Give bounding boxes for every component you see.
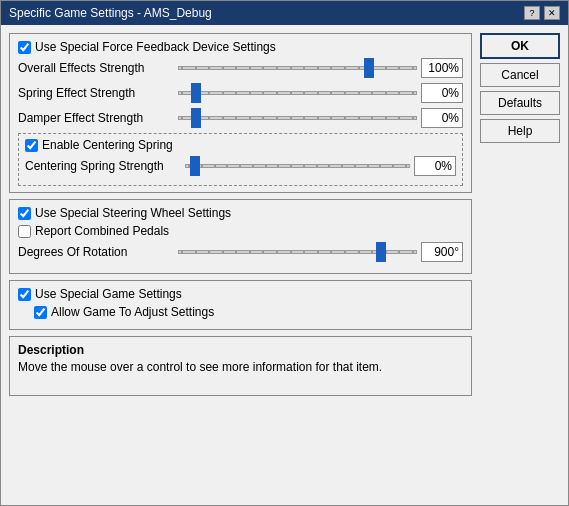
description-section: Description Move the mouse over a contro…: [9, 336, 472, 396]
damper-effect-label: Damper Effect Strength: [18, 111, 178, 125]
dialog-content: Use Special Force Feedback Device Settin…: [1, 25, 568, 505]
degrees-rotation-value: 900°: [421, 242, 463, 262]
side-buttons-panel: OK Cancel Defaults Help: [480, 33, 560, 497]
spring-effect-label: Spring Effect Strength: [18, 86, 178, 100]
centering-strength-track: [185, 164, 410, 168]
use-special-game-label: Use Special Game Settings: [35, 287, 182, 301]
degrees-rotation-track: [178, 250, 417, 254]
spring-effect-row: Spring Effect Strength: [18, 83, 463, 103]
overall-effects-thumb[interactable]: [364, 58, 374, 78]
allow-adjust-row: Allow Game To Adjust Settings: [18, 305, 463, 319]
enable-centering-checkbox[interactable]: [25, 139, 38, 152]
steering-wheel-header: Use Special Steering Wheel Settings: [18, 206, 463, 220]
title-controls: ? ✕: [524, 6, 560, 20]
force-feedback-header: Use Special Force Feedback Device Settin…: [18, 40, 463, 54]
force-feedback-section: Use Special Force Feedback Device Settin…: [9, 33, 472, 193]
centering-spring-box: Enable Centering Spring Centering Spring…: [18, 133, 463, 186]
overall-effects-dots: [179, 67, 416, 69]
report-pedals-label: Report Combined Pedals: [35, 224, 169, 238]
title-text: Specific Game Settings - AMS_Debug: [9, 6, 212, 20]
main-panel: Use Special Force Feedback Device Settin…: [9, 33, 472, 497]
spring-effect-slider-container[interactable]: [178, 83, 417, 103]
title-bar: Specific Game Settings - AMS_Debug ? ✕: [1, 1, 568, 25]
centering-strength-value: 0%: [414, 156, 456, 176]
game-settings-section: Use Special Game Settings Allow Game To …: [9, 280, 472, 330]
steering-wheel-label: Use Special Steering Wheel Settings: [35, 206, 231, 220]
overall-effects-label: Overall Effects Strength: [18, 61, 178, 75]
centering-strength-dots: [186, 165, 409, 167]
spring-effect-track: [178, 91, 417, 95]
overall-effects-track: [178, 66, 417, 70]
force-feedback-checkbox[interactable]: [18, 41, 31, 54]
defaults-button[interactable]: Defaults: [480, 91, 560, 115]
steering-wheel-section: Use Special Steering Wheel Settings Repo…: [9, 199, 472, 274]
cancel-button[interactable]: Cancel: [480, 63, 560, 87]
centering-strength-slider-container[interactable]: [185, 156, 410, 176]
damper-effect-slider-container[interactable]: [178, 108, 417, 128]
allow-adjust-checkbox[interactable]: [34, 306, 47, 319]
report-pedals-checkbox[interactable]: [18, 225, 31, 238]
spring-effect-value: 0%: [421, 83, 463, 103]
description-title: Description: [18, 343, 463, 357]
help-button[interactable]: Help: [480, 119, 560, 143]
degrees-rotation-label: Degrees Of Rotation: [18, 245, 178, 259]
enable-centering-row: Enable Centering Spring: [25, 138, 456, 152]
degrees-rotation-thumb[interactable]: [376, 242, 386, 262]
degrees-rotation-row: Degrees Of Rotation: [18, 242, 463, 262]
degrees-rotation-slider-container[interactable]: [178, 242, 417, 262]
damper-effect-value: 0%: [421, 108, 463, 128]
help-title-button[interactable]: ?: [524, 6, 540, 20]
ok-button[interactable]: OK: [480, 33, 560, 59]
enable-centering-label: Enable Centering Spring: [42, 138, 173, 152]
damper-effect-thumb[interactable]: [191, 108, 201, 128]
force-feedback-label: Use Special Force Feedback Device Settin…: [35, 40, 276, 54]
spring-effect-dots: [179, 92, 416, 94]
damper-effect-dots: [179, 117, 416, 119]
overall-effects-row: Overall Effects Strength: [18, 58, 463, 78]
centering-strength-label: Centering Spring Strength: [25, 159, 185, 173]
dialog-window: Specific Game Settings - AMS_Debug ? ✕ U…: [0, 0, 569, 506]
report-pedals-row: Report Combined Pedals: [18, 224, 463, 238]
damper-effect-row: Damper Effect Strength: [18, 108, 463, 128]
description-text: Move the mouse over a control to see mor…: [18, 360, 463, 374]
centering-strength-thumb[interactable]: [190, 156, 200, 176]
overall-effects-value: 100%: [421, 58, 463, 78]
close-title-button[interactable]: ✕: [544, 6, 560, 20]
damper-effect-track: [178, 116, 417, 120]
spring-effect-thumb[interactable]: [191, 83, 201, 103]
use-special-game-row: Use Special Game Settings: [18, 287, 463, 301]
allow-adjust-label: Allow Game To Adjust Settings: [51, 305, 214, 319]
steering-wheel-checkbox[interactable]: [18, 207, 31, 220]
centering-strength-row: Centering Spring Strength: [25, 156, 456, 176]
use-special-game-checkbox[interactable]: [18, 288, 31, 301]
overall-effects-slider-container[interactable]: [178, 58, 417, 78]
